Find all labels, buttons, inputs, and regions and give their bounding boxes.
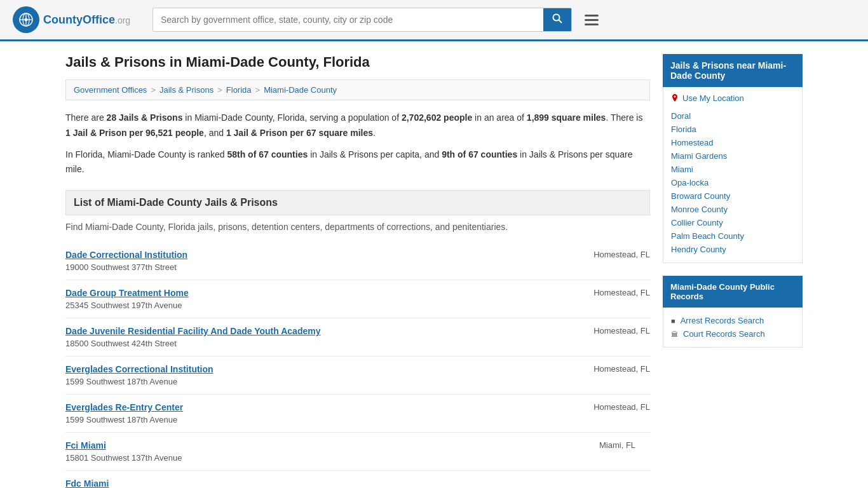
record-link[interactable]: ■Arrest Records Search <box>671 314 794 327</box>
facility-city: Homestead, FL <box>568 250 650 259</box>
nearby-link[interactable]: Monroe County <box>671 203 794 216</box>
nearby-link[interactable]: Broward County <box>671 189 794 203</box>
breadcrumb-government-offices[interactable]: Government Offices <box>74 85 147 95</box>
svg-point-5 <box>25 18 28 22</box>
facility-name[interactable]: Dade Juvenile Residential Facility And D… <box>65 326 568 336</box>
facility-left: Everglades Correctional Institution 1599… <box>65 364 568 386</box>
facility-entry: Fci Miami 15801 Southwest 137th Avenue M… <box>65 433 650 471</box>
facility-address: 1599 Southwest 187th Avenue <box>65 415 177 424</box>
header: CountyOffice.org <box>0 0 868 41</box>
facility-city: Homestead, FL <box>568 326 650 336</box>
records-content: ■Arrest Records Search🏛Court Records Sea… <box>663 308 803 348</box>
facility-address: 15801 Southwest 137th Avenue <box>65 453 182 463</box>
facility-name[interactable]: Fci Miami <box>65 440 574 451</box>
facility-city: Homestead, FL <box>568 364 650 374</box>
facility-left: Fdc Miami <box>65 478 650 488</box>
stats-rank-capita: 58th of 67 counties <box>227 149 308 159</box>
facility-list: Dade Correctional Institution 19000 Sout… <box>65 242 650 488</box>
nearby-link[interactable]: Homestead <box>671 136 794 149</box>
facility-city: Homestead, FL <box>568 402 650 412</box>
facility-entry: Dade Group Treatment Home 25345 Southwes… <box>65 280 650 318</box>
breadcrumb: Government Offices > Jails & Prisons > F… <box>65 79 650 100</box>
facility-name[interactable]: Everglades Re-Entry Center <box>65 402 568 412</box>
stats-count: 28 Jails & Prisons <box>107 112 183 123</box>
stats-population: 2,702,602 people <box>402 112 472 123</box>
nearby-section: Jails & Prisons near Miami-Dade County U… <box>663 54 803 263</box>
record-icon: ■ <box>671 317 675 325</box>
facility-address: 25345 Southwest 197th Avenue <box>65 301 182 310</box>
facility-entry: Everglades Re-Entry Center 1599 Southwes… <box>65 395 650 433</box>
breadcrumb-sep-3: > <box>255 85 261 95</box>
logo-area: CountyOffice.org <box>13 6 140 33</box>
nearby-content: Use My Location DoralFloridaHomesteadMia… <box>663 87 803 263</box>
record-link[interactable]: 🏛Court Records Search <box>671 327 794 341</box>
use-my-location-label: Use My Location <box>682 93 744 103</box>
stats-rank-sqmile: 9th of 67 counties <box>442 149 517 159</box>
content-area: Jails & Prisons in Miami-Dade County, Fl… <box>65 54 650 488</box>
stats-paragraph-1: There are 28 Jails & Prisons in Miami-Da… <box>65 111 650 141</box>
nearby-link[interactable]: Doral <box>671 109 794 123</box>
stats-area: 1,899 square miles <box>527 112 606 123</box>
facility-city: Homestead, FL <box>568 288 650 297</box>
nearby-link[interactable]: Palm Beach County <box>671 229 794 243</box>
logo-text: CountyOffice.org <box>43 13 130 27</box>
svg-point-6 <box>553 15 560 21</box>
breadcrumb-sep-1: > <box>151 85 156 95</box>
nearby-link[interactable]: Florida <box>671 123 794 136</box>
records-header: Miami-Dade County Public Records <box>663 276 803 308</box>
facility-address: 1599 Southwest 187th Avenue <box>65 377 177 386</box>
nearby-link[interactable]: Miami <box>671 163 794 176</box>
facility-entry: Fdc Miami <box>65 471 650 488</box>
nearby-link[interactable]: Opa-locka <box>671 176 794 189</box>
facility-entry: Dade Juvenile Residential Facility And D… <box>65 318 650 356</box>
facility-name[interactable]: Everglades Correctional Institution <box>65 364 568 374</box>
menu-button[interactable] <box>585 15 599 25</box>
breadcrumb-jails-prisons[interactable]: Jails & Prisons <box>159 85 214 95</box>
facility-name[interactable]: Fdc Miami <box>65 478 650 488</box>
record-link-label: Arrest Records Search <box>681 316 764 325</box>
public-records-section: Miami-Dade County Public Records ■Arrest… <box>663 276 803 348</box>
facility-left: Fci Miami 15801 Southwest 137th Avenue <box>65 440 574 463</box>
nearby-link[interactable]: Miami Gardens <box>671 149 794 163</box>
facility-name[interactable]: Dade Group Treatment Home <box>65 288 568 298</box>
facility-name[interactable]: Dade Correctional Institution <box>65 250 568 260</box>
search-input[interactable] <box>153 8 543 31</box>
use-my-location-button[interactable]: Use My Location <box>671 93 744 103</box>
record-icon: 🏛 <box>671 330 678 338</box>
facility-left: Dade Group Treatment Home 25345 Southwes… <box>65 288 568 310</box>
facility-entry: Everglades Correctional Institution 1599… <box>65 356 650 395</box>
facility-left: Dade Juvenile Residential Facility And D… <box>65 326 568 348</box>
facility-left: Everglades Re-Entry Center 1599 Southwes… <box>65 402 568 424</box>
list-section-header: List of Miami-Dade County Jails & Prison… <box>65 190 650 215</box>
facility-address: 19000 Southwest 377th Street <box>65 262 177 272</box>
list-description: Find Miami-Dade County, Florida jails, p… <box>65 222 650 232</box>
nearby-link[interactable]: Hendry County <box>671 243 794 256</box>
logo-dot-org: .org <box>115 15 130 25</box>
search-button[interactable] <box>543 8 571 31</box>
facility-entry: Dade Correctional Institution 19000 Sout… <box>65 242 650 280</box>
logo-county: CountyOffice <box>43 13 115 26</box>
nearby-link[interactable]: Collier County <box>671 216 794 229</box>
page-title: Jails & Prisons in Miami-Dade County, Fl… <box>65 54 650 71</box>
facility-left: Dade Correctional Institution 19000 Sout… <box>65 250 568 272</box>
facility-address: 18500 Southwest 424th Street <box>65 339 177 348</box>
breadcrumb-miami-dade[interactable]: Miami-Dade County <box>264 85 337 95</box>
nearby-links-list: DoralFloridaHomesteadMiami GardensMiamiO… <box>671 109 794 256</box>
nearby-header: Jails & Prisons near Miami-Dade County <box>663 54 803 87</box>
stats-per-sqmile: 1 Jail & Prison per 67 square miles <box>226 128 373 138</box>
record-link-label: Court Records Search <box>683 329 765 339</box>
main-container: Jails & Prisons in Miami-Dade County, Fl… <box>53 41 815 488</box>
stats-paragraph-2: In Florida, Miami-Dade County is ranked … <box>65 147 650 178</box>
breadcrumb-sep-2: > <box>217 85 222 95</box>
facility-city: Miami, FL <box>574 440 650 450</box>
stats-per-capita: 1 Jail & Prison per 96,521 people <box>65 128 204 138</box>
sidebar: Jails & Prisons near Miami-Dade County U… <box>663 54 803 488</box>
stats-location: Miami-Dade County, Florida <box>194 112 304 123</box>
logo-icon <box>13 6 39 33</box>
search-area <box>153 8 572 32</box>
svg-line-7 <box>559 20 562 24</box>
breadcrumb-florida[interactable]: Florida <box>226 85 252 95</box>
